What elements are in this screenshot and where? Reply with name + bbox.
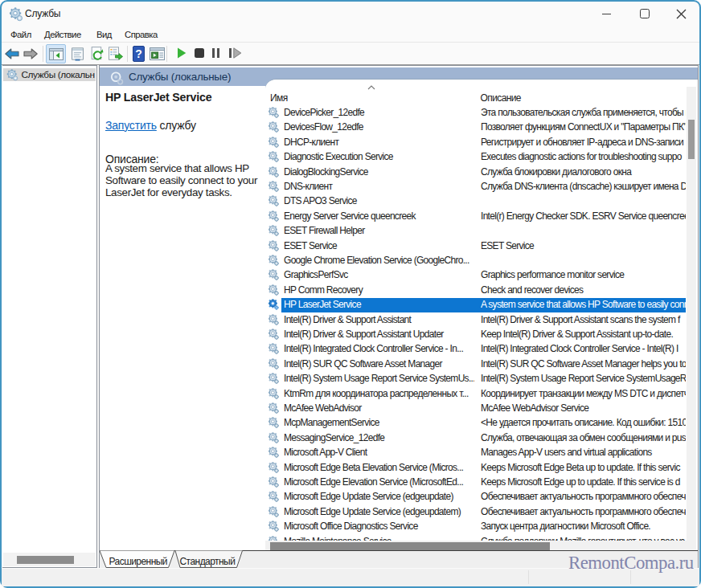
svg-text:?: ?	[135, 47, 142, 60]
